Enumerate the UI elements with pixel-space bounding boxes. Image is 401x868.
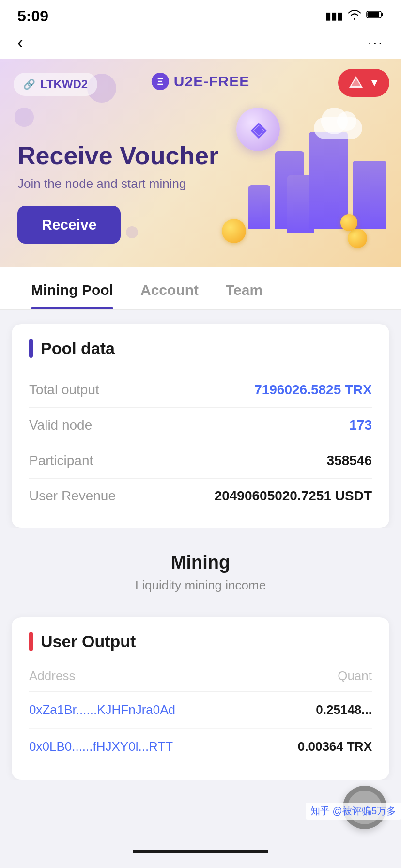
pool-data-title: Pool data: [41, 339, 115, 358]
pool-value-total-output: 7196026.5825 TRX: [254, 382, 372, 398]
pool-label-valid-node: Valid node: [29, 418, 92, 433]
output-quantity-1: 0.25148...: [316, 702, 372, 717]
pool-data-title-area: Pool data: [29, 339, 372, 358]
referral-code: LTKWD2: [40, 78, 88, 91]
mining-subtitle: Liquidity mining income: [17, 578, 384, 593]
section-gap-1: [0, 310, 401, 324]
user-output-title-bar: [29, 632, 33, 651]
mining-section: Mining Liquidity mining income: [0, 528, 401, 607]
gold-coin-1: [222, 219, 246, 243]
col-address-header: Address: [29, 668, 75, 683]
battery-icon: [366, 10, 384, 22]
cloud-decoration: [314, 117, 362, 139]
decor-circle-2: [15, 108, 34, 127]
wifi-icon: [348, 9, 361, 23]
home-indicator: [133, 850, 268, 853]
user-output-title: User Output: [41, 632, 136, 651]
user-output-card: User Output Address Quant 0xZa1Br......K…: [12, 617, 389, 780]
referral-badge[interactable]: 🔗 LTKWD2: [14, 73, 97, 96]
pool-label-user-revenue: User Revenue: [29, 488, 116, 504]
pool-row-user-revenue: User Revenue 20490605020.7251 USDT: [29, 479, 372, 513]
gold-coin-3: [340, 214, 357, 231]
pool-label-total-output: Total output: [29, 382, 99, 398]
tab-account[interactable]: Account: [127, 267, 212, 309]
hero-banner: 🔗 LTKWD2 Ξ U2E-FREE ▼ ◈ Receive Voucher …: [0, 59, 401, 267]
status-bar: 5:09 ▮▮▮: [0, 0, 401, 29]
nav-bar: ‹ ···: [0, 29, 401, 59]
status-icons: ▮▮▮: [325, 9, 384, 23]
building-5: [353, 161, 386, 229]
gold-coin-2: [348, 229, 367, 248]
output-header: Address Quant: [29, 661, 372, 692]
output-address-2: 0x0LB0......fHJXY0l...RTT: [29, 739, 173, 754]
pool-value-valid-node: 173: [349, 418, 372, 433]
svg-rect-1: [381, 13, 383, 16]
hero-subtitle: Join the node and start mining: [17, 176, 218, 191]
pool-value-user-revenue: 20490605020.7251 USDT: [215, 488, 372, 504]
brand-icon: Ξ: [152, 73, 169, 90]
output-quantity-2: 0.00364 TRX: [298, 739, 372, 754]
output-row-2: 0x0LB0......fHJXY0l...RTT 0.00364 TRX: [29, 728, 372, 765]
tab-mining-pool[interactable]: Mining Pool: [17, 267, 127, 309]
status-time: 5:09: [17, 7, 48, 25]
tron-icon: [348, 75, 364, 91]
pool-data-card: Pool data Total output 7196026.5825 TRX …: [12, 324, 389, 528]
pool-value-participant: 358546: [327, 453, 372, 468]
pool-label-participant: Participant: [29, 453, 93, 468]
col-quantity-header: Quant: [338, 668, 372, 683]
tron-chevron-icon: ▼: [369, 77, 380, 89]
user-output-title-area: User Output: [29, 632, 372, 651]
link-icon: 🔗: [23, 78, 35, 90]
receive-button[interactable]: Receive: [17, 206, 121, 244]
signal-icon: ▮▮▮: [325, 10, 343, 22]
output-row-1: 0xZa1Br......KJHFnJra0Ad 0.25148...: [29, 692, 372, 728]
tron-wallet-button[interactable]: ▼: [338, 69, 389, 97]
back-button[interactable]: ‹: [17, 34, 23, 51]
more-button[interactable]: ···: [368, 35, 384, 50]
tab-team[interactable]: Team: [212, 267, 276, 309]
svg-rect-2: [368, 12, 379, 17]
city-illustration: [207, 103, 391, 267]
building-2: [309, 132, 348, 229]
pool-row-total-output: Total output 7196026.5825 TRX: [29, 372, 372, 408]
pool-title-bar: [29, 339, 33, 358]
tabs-container: Mining Pool Account Team: [0, 267, 401, 310]
output-address-1: 0xZa1Br......KJHFnJra0Ad: [29, 702, 175, 717]
brand-logo: Ξ U2E-FREE: [152, 73, 249, 90]
mining-title: Mining: [17, 552, 384, 573]
building-4: [248, 185, 270, 229]
watermark: 知乎 @被评骗5万多: [306, 803, 401, 820]
brand-name: U2E-FREE: [174, 73, 249, 90]
hero-title: Receive Voucher: [17, 141, 218, 170]
pool-row-participant: Participant 358546: [29, 443, 372, 479]
pool-row-valid-node: Valid node 173: [29, 408, 372, 443]
hero-text-area: Receive Voucher Join the node and start …: [17, 141, 218, 244]
